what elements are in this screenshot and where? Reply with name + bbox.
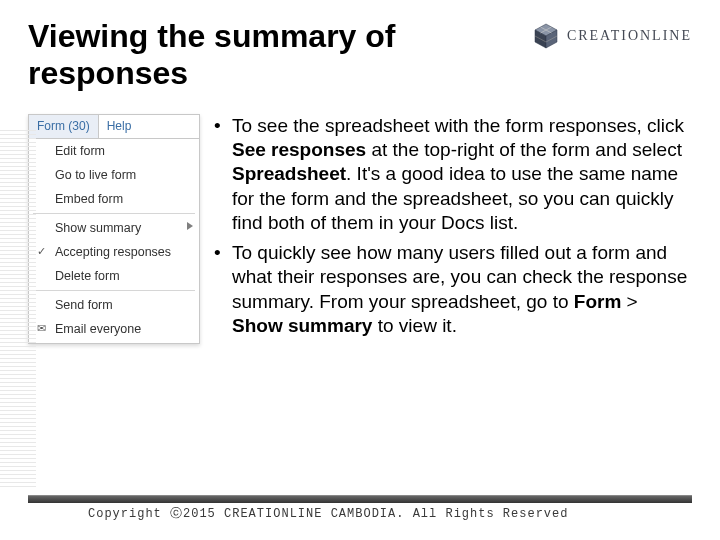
form-menu-screenshot: Form (30) Help Edit form Go to live form…: [28, 114, 200, 345]
menu-item-live-form[interactable]: Go to live form: [29, 163, 199, 187]
bold-text: Show summary: [232, 315, 372, 336]
bullet-item: To see the spreadsheet with the form res…: [214, 114, 692, 236]
footer: Copyright ⓒ2015 CREATIONLINE CAMBODIA. A…: [0, 495, 720, 522]
text: to view it.: [372, 315, 456, 336]
footer-divider: [28, 495, 692, 503]
slide: Viewing the summary of responses CREATIO…: [0, 0, 720, 540]
menu-item-show-summary[interactable]: Show summary: [29, 216, 199, 240]
text: To see the spreadsheet with the form res…: [232, 115, 684, 136]
text: >: [621, 291, 637, 312]
menu-item-send-form[interactable]: Send form: [29, 293, 199, 317]
logo-text: CREATIONLINE: [567, 28, 692, 44]
bullet-item: To quickly see how many users filled out…: [214, 241, 692, 338]
tab-help[interactable]: Help: [99, 115, 140, 138]
menu-item-embed-form[interactable]: Embed form: [29, 187, 199, 211]
menu-tabs: Form (30) Help: [29, 115, 199, 139]
bullet-list: To see the spreadsheet with the form res…: [214, 114, 692, 345]
copyright-text: Copyright ⓒ2015 CREATIONLINE CAMBODIA. A…: [28, 505, 692, 522]
bold-text: Spreadsheet: [232, 163, 346, 184]
tab-form[interactable]: Form (30): [29, 115, 99, 138]
menu-item-accepting-responses[interactable]: Accepting responses: [29, 240, 199, 264]
page-title: Viewing the summary of responses: [28, 18, 518, 92]
menu-item-delete-form[interactable]: Delete form: [29, 264, 199, 288]
menu-divider: [33, 290, 195, 291]
menu-item-email-everyone[interactable]: Email everyone: [29, 317, 199, 341]
text: at the top-right of the form and select: [366, 139, 682, 160]
content: Form (30) Help Edit form Go to live form…: [28, 114, 692, 345]
menu-divider: [33, 213, 195, 214]
bold-text: See responses: [232, 139, 366, 160]
logo: CREATIONLINE: [531, 22, 692, 50]
cube-icon: [531, 22, 561, 50]
header: Viewing the summary of responses CREATIO…: [28, 18, 692, 92]
bold-text: Form: [574, 291, 622, 312]
menu-item-edit-form[interactable]: Edit form: [29, 139, 199, 163]
